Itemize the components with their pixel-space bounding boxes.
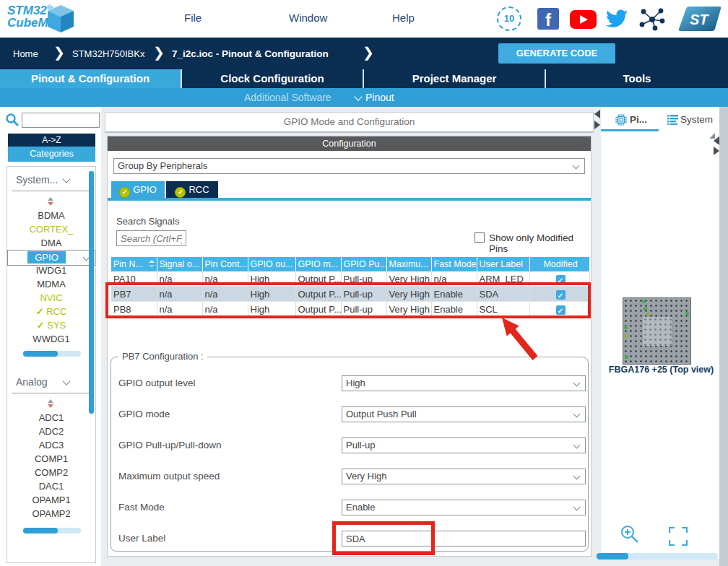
- col-pin-name[interactable]: Pin N...: [111, 257, 157, 271]
- sidebar-item-comp1[interactable]: COMP1: [7, 452, 95, 466]
- sort-toggle-icon[interactable]: [48, 399, 54, 408]
- sidebar-item-rcc[interactable]: RCC: [7, 305, 95, 318]
- field-label: Fast Mode: [118, 502, 165, 513]
- modified-checkbox[interactable]: [556, 275, 566, 284]
- col-gpio-output[interactable]: GPIO ou...: [248, 257, 295, 271]
- group-by-select[interactable]: Group By Peripherals: [113, 158, 585, 174]
- sort-toggle-icon[interactable]: [48, 197, 54, 206]
- modified-checkbox[interactable]: [556, 290, 566, 300]
- stm32cubemx-window: STM32 CubeMX File Window Help 10 f: [0, 0, 728, 566]
- pinout-dropdown[interactable]: Pinout: [355, 92, 394, 103]
- group-system[interactable]: System...: [16, 174, 69, 186]
- collapse-right-icon[interactable]: [714, 147, 719, 155]
- additional-software-link[interactable]: Additional Software: [244, 92, 332, 103]
- col-fast-mode[interactable]: Fast Mode: [431, 257, 477, 271]
- chevron-down-icon: [62, 377, 70, 385]
- tab-project-manager[interactable]: Project Manager: [364, 69, 546, 88]
- col-modified[interactable]: Modified: [529, 257, 589, 271]
- group-analog[interactable]: Analog: [16, 376, 69, 388]
- field-user-label: User Label: [111, 531, 588, 547]
- categories-button[interactable]: Categories: [8, 147, 95, 162]
- configuration-header: Configuration: [108, 136, 591, 151]
- cube-logo-icon: [45, 3, 77, 35]
- chip-package-image[interactable]: [623, 297, 691, 365]
- col-pin-context[interactable]: Pin Cont...: [202, 257, 248, 271]
- menu-help[interactable]: Help: [392, 12, 415, 24]
- sidebar-item-comp2[interactable]: COMP2: [7, 466, 95, 479]
- sidebar-item-adc1[interactable]: ADC1: [7, 411, 95, 425]
- signals-search-input[interactable]: [116, 230, 186, 246]
- system-scroll-indicator[interactable]: [23, 351, 81, 357]
- collapse-left-icon[interactable]: [594, 110, 600, 118]
- divider: [12, 393, 90, 393]
- breadcrumb-home[interactable]: Home: [13, 48, 38, 59]
- check-circle-icon: ✓: [175, 187, 186, 198]
- tab-pinout-configuration[interactable]: Pinout & Configuration: [0, 69, 182, 88]
- divider: [12, 191, 90, 191]
- col-max-speed[interactable]: Maximu...: [386, 257, 431, 271]
- search-icon: [4, 112, 20, 128]
- sidebar-item-wwdg1[interactable]: WWDG1: [7, 332, 95, 346]
- col-gpio-pull[interactable]: GPIO Pu...: [341, 257, 386, 271]
- sidebar-item-mdma[interactable]: MDMA: [7, 277, 95, 291]
- package-label: FBGA176 +25 (Top view): [601, 365, 719, 375]
- sidebar-item-cortex[interactable]: CORTEX_: [7, 222, 95, 236]
- facebook-icon[interactable]: f: [537, 8, 559, 30]
- sidebar-item-bdma[interactable]: BDMA: [7, 209, 95, 222]
- gpio-pull-select[interactable]: Pull-up: [342, 437, 586, 453]
- sidebar-item-dac1[interactable]: DAC1: [7, 479, 95, 493]
- gpio-mode-select[interactable]: Output Push Pull: [342, 406, 586, 422]
- window-scrollbar[interactable]: [719, 107, 728, 566]
- analog-scroll-indicator[interactable]: [23, 528, 81, 534]
- signals-table: Pin N... Signal o... Pin Cont... GPIO ou…: [111, 257, 590, 317]
- tab-pinout-view[interactable]: Pi...: [630, 114, 647, 125]
- st-logo: ST: [677, 5, 722, 32]
- sidebar-item-opamp1[interactable]: OPAMP1: [7, 493, 95, 507]
- user-label-input[interactable]: [342, 531, 586, 547]
- panel-title: GPIO Mode and Configuration: [105, 112, 594, 133]
- search-signals-label: Search Signals: [116, 216, 179, 227]
- table-row-pa10[interactable]: PA10n/a n/aHigh Output P...Pull-up Very …: [111, 271, 589, 287]
- tab-tools[interactable]: Tools: [546, 69, 728, 88]
- menu-file[interactable]: File: [184, 12, 202, 24]
- tab-clock-configuration[interactable]: Clock Configuration: [182, 69, 364, 88]
- youtube-icon[interactable]: [570, 10, 597, 29]
- show-modified-checkbox[interactable]: [474, 232, 485, 243]
- sidebar-scrollbar[interactable]: [89, 171, 94, 414]
- fast-mode-select[interactable]: Enable: [342, 500, 586, 515]
- sidebar-item-iwdg1[interactable]: IWDG1: [7, 264, 95, 277]
- collapse-left-icon[interactable]: [714, 136, 719, 145]
- collapse-right-icon[interactable]: [594, 121, 600, 129]
- col-user-label[interactable]: User Label: [477, 257, 529, 271]
- pinout-horizontal-scrollbar[interactable]: [597, 553, 718, 560]
- sub-tab-bar: Additional Software Pinout: [0, 88, 728, 107]
- sort-az-button[interactable]: A->Z: [8, 134, 95, 147]
- twitter-icon[interactable]: [605, 9, 628, 29]
- tab-system-view[interactable]: System: [680, 114, 713, 125]
- sidebar-item-adc2[interactable]: ADC2: [7, 425, 95, 438]
- sidebar-item-opamp2[interactable]: OPAMP2: [7, 507, 95, 521]
- pinout-view-panel: Pi... System: [601, 107, 719, 559]
- table-row-pb7[interactable]: PB7n/a n/aHigh Output P...Pull-up Very H…: [111, 287, 589, 302]
- best-fit-icon[interactable]: [669, 527, 688, 546]
- menu-window[interactable]: Window: [289, 12, 327, 24]
- generate-code-button[interactable]: GENERATE CODE: [498, 43, 615, 64]
- peripheral-search-input[interactable]: [22, 113, 100, 128]
- gpio-output-level-select[interactable]: High: [342, 375, 586, 391]
- scrollbar-thumb[interactable]: [597, 553, 628, 560]
- col-gpio-mode[interactable]: GPIO m...: [295, 257, 341, 271]
- sidebar-item-adc3[interactable]: ADC3: [7, 438, 95, 452]
- peripheral-tab-gpio[interactable]: ✓GPIO: [111, 181, 165, 198]
- sidebar-item-nvic[interactable]: NVIC: [7, 291, 95, 305]
- chip-icon: [615, 114, 627, 126]
- breadcrumb-device[interactable]: STM32H750IBKx: [72, 48, 144, 59]
- max-output-speed-select[interactable]: Very High: [342, 469, 586, 484]
- peripheral-tab-rcc[interactable]: ✓RCC: [166, 181, 218, 198]
- col-signal[interactable]: Signal o...: [157, 257, 202, 271]
- category-list-panel: System... BDMA CORTEX_ DMA GPIO IWDG1 MD…: [6, 166, 96, 563]
- chip-package-center: [643, 317, 672, 346]
- sidebar-item-dma[interactable]: DMA: [7, 236, 95, 250]
- zoom-in-icon[interactable]: [620, 524, 640, 544]
- community-icon[interactable]: [638, 6, 666, 31]
- sidebar-item-sys[interactable]: SYS: [7, 318, 95, 332]
